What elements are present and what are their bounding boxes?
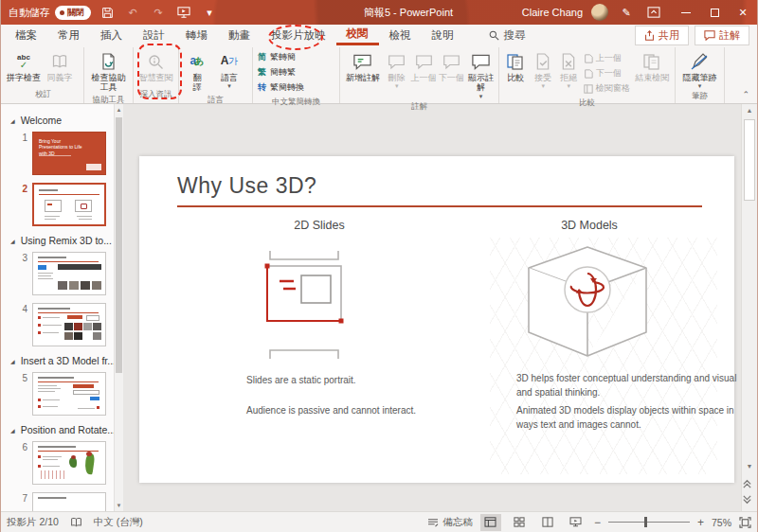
tab-transitions[interactable]: 轉場 [175, 25, 218, 45]
tab-file[interactable]: 檔案 [5, 25, 47, 45]
language-button[interactable]: A가 語言 ▾ [213, 48, 245, 89]
left-paragraph-2[interactable]: Audience is passive and cannot interact. [246, 404, 483, 418]
main-area: ◢Welcome 1 Bring Your Presentations to L… [1, 104, 757, 511]
collapse-ribbon-icon[interactable]: ⌃ [742, 90, 749, 99]
reviewing-pane-button[interactable]: 檢閱窗格 [582, 81, 632, 96]
tab-review[interactable]: 校閱 [336, 25, 379, 45]
search-icon [489, 30, 499, 41]
check-accessibility-button[interactable]: 檢查協助工具 [88, 48, 130, 93]
hide-ink-button[interactable]: 隱藏筆跡 ▾ [680, 48, 720, 89]
tab-slideshow[interactable]: 投影片放映 [261, 25, 336, 45]
spellcheck-status-icon[interactable] [70, 517, 82, 527]
maximize-button[interactable] [700, 0, 729, 25]
section-remix[interactable]: ◢Using Remix 3D to... [1, 232, 112, 250]
slide-thumbnail-2[interactable] [32, 183, 106, 226]
group-proofing: abc✓ 拼字檢查 同義字 校訂 [3, 47, 84, 103]
left-paragraph-1[interactable]: Slides are a static portrait. [246, 374, 483, 388]
previous-change-button[interactable]: 上一個 [582, 51, 632, 65]
slide-sorter-view-button[interactable] [509, 514, 530, 531]
autosave-state-pill[interactable]: 關閉 [55, 6, 91, 20]
scroll-down-icon[interactable]: ▼ [115, 503, 123, 508]
slide-thumbnail-7[interactable] [32, 492, 106, 511]
main-scrollbar-thumb[interactable] [744, 119, 755, 201]
right-column-heading[interactable]: 3D Models [523, 219, 656, 232]
fit-slide-button[interactable] [739, 517, 751, 528]
accept-button[interactable]: 接受 ▾ [531, 48, 556, 89]
language-status[interactable]: 中文 (台灣) [94, 516, 143, 529]
delete-comment-button[interactable]: 刪除 ▾ [384, 48, 409, 89]
start-slideshow-icon[interactable] [174, 3, 193, 22]
redo-icon[interactable]: ↷ [149, 3, 168, 22]
3d-cube-graphic[interactable] [507, 239, 668, 367]
scroll-up-icon[interactable]: ▲ [742, 107, 757, 114]
tab-view[interactable]: 檢視 [379, 25, 422, 45]
pencil-icon[interactable]: ✎ [617, 3, 636, 22]
undo-icon[interactable]: ↶ [123, 3, 142, 22]
close-button[interactable]: ✕ [729, 0, 757, 25]
zoom-level[interactable]: 75% [712, 517, 731, 528]
spelling-button[interactable]: abc✓ 拼字檢查 [5, 48, 43, 82]
slide-thumbnail-5[interactable] [32, 372, 106, 416]
autosave-toggle[interactable]: 自動儲存 關閉 [9, 6, 91, 20]
next-change-button[interactable]: 下一個 [582, 66, 632, 80]
next-comment-button[interactable]: 下一個 [438, 48, 465, 82]
right-paragraph-1[interactable]: 3D helps foster conceptual understanding… [516, 372, 744, 399]
panel-scrollbar[interactable]: ▲ ▼ [114, 104, 123, 511]
compare-button[interactable]: 比較 [501, 48, 531, 82]
zoom-out-button[interactable]: − [594, 516, 601, 529]
tab-animations[interactable]: 動畫 [218, 25, 261, 45]
zoom-in-button[interactable]: + [697, 516, 704, 529]
zoom-slider[interactable] [608, 522, 690, 523]
section-welcome[interactable]: ◢Welcome [1, 112, 112, 130]
title-bar: 自動儲存 關閉 ↶ ↷ ▾ 簡報5 - PowerPoint Claire Ch… [1, 0, 757, 25]
quick-access-chevron-icon[interactable]: ▾ [200, 3, 219, 22]
scroll-up-icon[interactable]: ▲ [115, 107, 123, 113]
slide-thumbnail-3[interactable] [32, 252, 106, 295]
right-paragraph-2[interactable]: Animated 3D models display objects withi… [516, 404, 744, 432]
previous-comment-button[interactable]: 上一個 [409, 48, 437, 82]
section-triangle-icon: ◢ [10, 238, 15, 244]
smart-lookup-button[interactable]: 智慧查閱 [137, 48, 175, 82]
ribbon-display-options-icon[interactable] [644, 3, 663, 22]
section-insert-model[interactable]: ◢Insert a 3D Model fr... [1, 352, 112, 370]
previous-slide-button[interactable] [742, 478, 757, 488]
show-comments-button[interactable]: 顯示註解 ▾ [465, 48, 496, 99]
trad-simp-convert-button[interactable]: 转繁簡轉換 [255, 80, 306, 95]
2d-slides-graphic[interactable] [242, 249, 365, 361]
notes-button[interactable]: 備忘稿 [427, 516, 473, 529]
tab-home[interactable]: 常用 [47, 25, 90, 45]
tab-design[interactable]: 設計 [133, 25, 175, 45]
trad-to-simp-button[interactable]: 简繁轉簡 [255, 50, 306, 64]
slide-thumbnail-1[interactable]: Bring Your Presentations to Life with 3D [32, 132, 106, 175]
normal-view-button[interactable] [480, 514, 501, 531]
tab-help[interactable]: 說明 [422, 25, 464, 45]
search-box[interactable]: 搜尋 [489, 25, 526, 45]
thesaurus-button[interactable]: 同義字 [43, 48, 77, 82]
translate-button[interactable]: aあ 翻譯 [181, 48, 213, 93]
main-scrollbar[interactable]: ▲ ▼ [741, 104, 757, 511]
slideshow-view-button[interactable] [566, 514, 587, 531]
section-position-rotate[interactable]: ◢Position and Rotate... [1, 421, 112, 439]
minimize-button[interactable] [672, 0, 700, 25]
save-icon[interactable] [98, 3, 117, 22]
scroll-down-icon[interactable]: ▼ [742, 463, 757, 470]
end-review-button[interactable]: 結束檢閱 [632, 48, 673, 82]
tab-insert[interactable]: 插入 [90, 25, 133, 45]
panel-scrollbar-thumb[interactable] [116, 117, 122, 373]
share-button[interactable]: 共用 [635, 26, 689, 45]
reading-view-button[interactable] [537, 514, 558, 531]
slide-indicator[interactable]: 投影片 2/10 [7, 516, 59, 529]
left-column-heading[interactable]: 2D Slides [253, 219, 386, 232]
simp-to-trad-button[interactable]: 繁簡轉繁 [255, 65, 306, 80]
slide-thumbnail-6[interactable] [32, 441, 106, 485]
reject-button[interactable]: 拒絕 ▾ [556, 48, 582, 89]
avatar[interactable] [591, 4, 608, 21]
slide-thumbnail-4[interactable] [32, 303, 106, 346]
comments-button[interactable]: 註解 [695, 26, 749, 45]
slide-canvas[interactable]: Why Use 3D? 2D Slides 3D Models [139, 156, 734, 483]
slide-title-textbox[interactable]: Why Use 3D? [177, 173, 316, 199]
new-comment-button[interactable]: 新增註解 [342, 48, 384, 82]
zoom-slider-thumb[interactable] [644, 517, 647, 527]
next-slide-button[interactable] [742, 495, 757, 505]
slide-thumbnail-row: 6 [1, 439, 112, 490]
